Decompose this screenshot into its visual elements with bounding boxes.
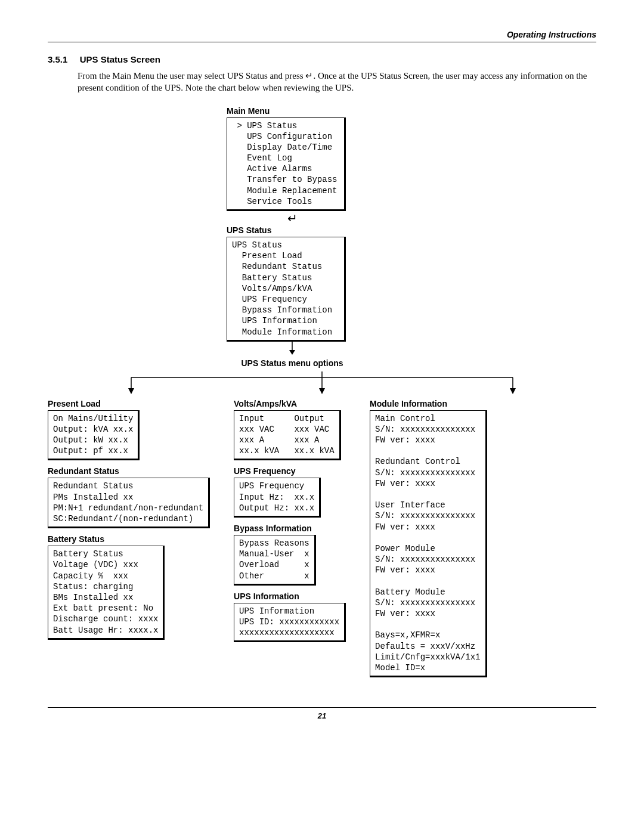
ups-status-screen: UPS Status Present Load Redundant Status…: [227, 237, 346, 342]
page-number: 21: [48, 707, 596, 720]
main-menu-screen: > UPS Status UPS Configuration Display D…: [227, 117, 346, 212]
volts-amps-kva-title: Volts/Amps/kVA: [234, 399, 346, 408]
redundant-status-screen: Redundant Status PMs Installed xx PM:N+1…: [48, 478, 210, 528]
main-menu-title: Main Menu: [227, 106, 358, 116]
options-label: UPS Status menu options: [227, 358, 358, 368]
column-middle: Volts/Amps/kVA Input Output xxx VAC xxx …: [234, 399, 346, 649]
section-title: UPS Status Screen: [80, 54, 160, 64]
ups-info-title: UPS Information: [234, 592, 346, 601]
column-left: Present Load On Mains/Utility Output: kV…: [48, 399, 210, 646]
column-right: Module Information Main Control S/N: xxx…: [370, 399, 487, 684]
module-info-title: Module Information: [370, 399, 487, 408]
svg-marker-9: [510, 388, 516, 394]
ups-status-title: UPS Status: [227, 225, 358, 235]
branching-arrows-icon: [107, 371, 537, 395]
enter-key-icon: ↵: [227, 211, 358, 225]
module-info-screen: Main Control S/N: xxxxxxxxxxxxxxx FW ver…: [370, 410, 487, 678]
section-heading: 3.5.1 UPS Status Screen: [48, 54, 596, 65]
battery-status-screen: Battery Status Voltage (VDC) xxx Capacit…: [48, 546, 165, 640]
volts-amps-kva-screen: Input Output xxx VAC xxx VAC xxx A xxx A…: [234, 410, 341, 461]
svg-marker-1: [289, 350, 295, 355]
menu-flow-chart: Main Menu > UPS Status UPS Configuration…: [48, 106, 596, 684]
ups-status-box: UPS Status UPS Status Present Load Redun…: [227, 225, 358, 342]
present-load-title: Present Load: [48, 399, 210, 408]
intro-paragraph: From the Main Menu the user may select U…: [78, 70, 596, 94]
ups-info-screen: UPS Information UPS ID: xxxxxxxxxxxx xxx…: [234, 603, 346, 643]
battery-status-title: Battery Status: [48, 534, 210, 544]
bypass-info-screen: Bypass Reasons Manual-User x Overload x …: [234, 535, 316, 586]
ups-frequency-screen: UPS Frequency Input Hz: xx.x Output Hz: …: [234, 478, 321, 518]
arrow-down-icon: [286, 342, 298, 355]
section-number: 3.5.1: [48, 54, 78, 64]
present-load-screen: On Mains/Utility Output: kVA xx.x Output…: [48, 410, 140, 461]
redundant-status-title: Redundant Status: [48, 466, 210, 476]
bypass-info-title: Bypass Information: [234, 524, 346, 533]
ups-frequency-title: UPS Frequency: [234, 466, 346, 476]
svg-marker-5: [128, 388, 134, 394]
svg-marker-7: [319, 388, 325, 394]
page-header: Operating Instructions: [48, 30, 596, 42]
main-menu-box: Main Menu > UPS Status UPS Configuration…: [227, 106, 358, 212]
